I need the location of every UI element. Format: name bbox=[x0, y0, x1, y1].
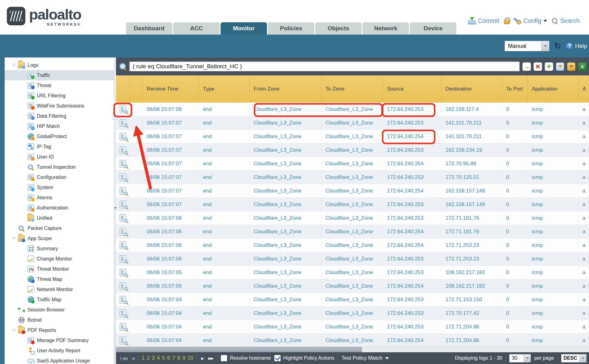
column-header[interactable]: To Port bbox=[502, 75, 528, 103]
column-header[interactable]: From Zone bbox=[250, 75, 321, 103]
page-number-button[interactable]: 10 bbox=[187, 355, 193, 361]
sidebar-item[interactable]: ▽ Traffic bbox=[5, 70, 114, 80]
sidebar-item[interactable]: ▽ Threat Map bbox=[5, 274, 114, 284]
filter-builder-icon[interactable] bbox=[556, 62, 564, 71]
add-filter-icon[interactable] bbox=[545, 62, 553, 71]
log-row[interactable]: 06/06 15:07:05 end Cloudflare_L3_Zone Cl… bbox=[116, 266, 589, 279]
sidebar-item[interactable]: ▽ Traffic Map bbox=[5, 294, 114, 305]
sidebar-splitter[interactable]: ◀ bbox=[114, 57, 116, 364]
page-number-button[interactable]: 1 bbox=[142, 355, 144, 361]
first-page-button[interactable]: ❙◀◀ bbox=[118, 356, 127, 361]
log-detail-icon[interactable] bbox=[120, 296, 126, 303]
clear-filter-icon[interactable] bbox=[534, 62, 542, 71]
next-page-button[interactable]: ▶ bbox=[200, 356, 204, 361]
sidebar-item[interactable]: ▽ Authentication bbox=[5, 203, 114, 213]
test-policy-match-menu[interactable]: Test Policy Match bbox=[342, 355, 389, 361]
log-detail-icon[interactable] bbox=[120, 119, 126, 127]
log-row[interactable]: 06/06 15:07:05 end Cloudflare_L3_Zone Cl… bbox=[116, 279, 589, 293]
collapse-sidebar-icon[interactable]: ◀ bbox=[114, 206, 116, 209]
column-header[interactable] bbox=[116, 75, 130, 103]
select-arrow-icon[interactable] bbox=[541, 41, 549, 51]
sidebar-item[interactable]: ▽ WildFire Submissions bbox=[5, 101, 114, 111]
per-page-select[interactable]: 30 bbox=[509, 354, 531, 362]
log-row[interactable]: 06/06 15:07:04 end Cloudflare_L3_Zone Cl… bbox=[116, 307, 589, 320]
page-number-button[interactable]: 5 bbox=[162, 355, 165, 361]
sidebar-item[interactable]: ▽ Packet Capture bbox=[5, 223, 114, 233]
page-number-button[interactable]: 6 bbox=[167, 355, 170, 361]
sidebar-item[interactable]: ▽ IP-Tag bbox=[5, 142, 114, 152]
sidebar-item[interactable]: ▽ App Scope bbox=[5, 233, 114, 243]
log-row[interactable]: 06/06 15:07:07 end Cloudflare_L3_Zone Cl… bbox=[116, 198, 589, 211]
commit-button[interactable]: Commit bbox=[468, 17, 499, 24]
apply-filter-icon[interactable] bbox=[522, 62, 531, 71]
sidebar-item[interactable]: ▽ Unified bbox=[5, 213, 114, 223]
sidebar-item[interactable]: ▽ Alarms bbox=[5, 193, 114, 203]
page-number-button[interactable]: 9 bbox=[183, 355, 185, 361]
column-header[interactable]: Type bbox=[199, 75, 250, 103]
checkbox-unchecked-icon[interactable] bbox=[221, 355, 227, 361]
page-number-button[interactable]: 3 bbox=[152, 355, 155, 361]
log-detail-icon[interactable] bbox=[120, 146, 126, 154]
column-header[interactable]: Application bbox=[528, 75, 578, 103]
sidebar-item[interactable]: ▽ Change Monitor bbox=[5, 254, 114, 264]
column-header[interactable]: A bbox=[578, 75, 589, 103]
sidebar-item[interactable]: ▽ URL Filtering bbox=[5, 91, 114, 101]
log-detail-icon[interactable] bbox=[120, 174, 126, 181]
log-detail-icon[interactable] bbox=[120, 255, 126, 263]
log-row[interactable]: 06/06 15:07:06 end Cloudflare_L3_Zone Cl… bbox=[116, 225, 589, 239]
column-header[interactable]: Destination bbox=[441, 75, 502, 103]
sidebar-item[interactable]: ▽ HIP Match bbox=[5, 121, 114, 131]
sidebar-item[interactable]: ▽ Network Monitor bbox=[5, 284, 114, 294]
sidebar-item[interactable]: ▽ Botnet bbox=[5, 315, 114, 325]
sidebar-item[interactable]: ▽ GlobalProtect bbox=[5, 131, 114, 142]
main-tab[interactable]: Device bbox=[410, 22, 456, 35]
horizontal-scrollbar[interactable] bbox=[116, 347, 589, 352]
sidebar-item[interactable]: ▽ User-ID bbox=[5, 152, 114, 162]
log-detail-icon[interactable] bbox=[120, 106, 126, 113]
log-row[interactable]: 06/06 15:07:04 end Cloudflare_L3_Zone Cl… bbox=[116, 334, 589, 347]
log-row[interactable]: 06/06 15:07:07 end Cloudflare_L3_Zone Cl… bbox=[116, 130, 589, 143]
log-row[interactable]: 06/06 15:07:09 end Cloudflare_L3_Zone Cl… bbox=[116, 103, 589, 116]
log-detail-icon[interactable] bbox=[120, 160, 126, 167]
commit-mode-select[interactable]: Manual bbox=[505, 41, 549, 51]
page-number-button[interactable]: 4 bbox=[157, 355, 160, 361]
select-arrow-icon[interactable] bbox=[524, 354, 531, 362]
prev-page-button[interactable]: ◀ bbox=[131, 356, 135, 361]
search-button[interactable]: Search bbox=[552, 17, 580, 24]
log-detail-icon[interactable] bbox=[120, 242, 126, 249]
log-row[interactable]: 06/06 15:07:04 end Cloudflare_L3_Zone Cl… bbox=[116, 293, 589, 307]
sidebar-item[interactable]: ▽ Threat Monitor bbox=[5, 264, 114, 274]
log-detail-icon[interactable] bbox=[120, 228, 126, 235]
log-detail-icon[interactable] bbox=[120, 201, 126, 208]
sidebar-item[interactable]: ▽ Manage PDF Summary bbox=[5, 335, 114, 345]
column-header[interactable]: Receive Time bbox=[143, 75, 199, 103]
page-number-button[interactable]: 2 bbox=[147, 355, 149, 361]
log-row[interactable]: 06/06 15:07:07 end Cloudflare_L3_Zone Cl… bbox=[116, 184, 589, 198]
sidebar-item[interactable]: ▽ Session Browser bbox=[5, 305, 114, 315]
resolve-hostname-toggle[interactable]: Resolve hostname bbox=[221, 355, 271, 361]
sidebar-item[interactable]: ▽ Tunnel Inspection bbox=[5, 162, 114, 172]
lock-icon[interactable] bbox=[504, 18, 509, 24]
log-row[interactable]: 06/06 15:07:06 end Cloudflare_L3_Zone Cl… bbox=[116, 239, 589, 252]
main-tab[interactable]: Dashboard bbox=[126, 22, 172, 35]
log-detail-icon[interactable] bbox=[120, 214, 126, 222]
load-filter-icon[interactable] bbox=[567, 62, 575, 71]
log-detail-icon[interactable] bbox=[120, 310, 126, 317]
sidebar-item[interactable]: ▽ Data Filtering bbox=[5, 111, 114, 121]
sidebar-item[interactable]: ▽ SaaS Application Usage bbox=[5, 356, 114, 364]
log-row[interactable]: 06/06 15:07:07 end Cloudflare_L3_Zone Cl… bbox=[116, 157, 589, 171]
column-header[interactable]: Source bbox=[383, 75, 441, 103]
sidebar-item[interactable]: ▽ Threat bbox=[5, 80, 114, 91]
column-header[interactable]: To Zone bbox=[321, 75, 383, 103]
config-button[interactable]: Config bbox=[514, 17, 547, 24]
last-page-button[interactable]: ▶▶ bbox=[208, 356, 214, 361]
select-arrow-icon[interactable] bbox=[579, 354, 586, 362]
sidebar-item[interactable]: ▽ Logs bbox=[5, 60, 114, 70]
log-filter-input[interactable] bbox=[129, 61, 520, 71]
sidebar-item[interactable]: ▽ PDF Reports bbox=[5, 325, 114, 335]
main-tab[interactable]: ACC bbox=[173, 22, 220, 35]
log-detail-icon[interactable] bbox=[120, 269, 126, 276]
log-detail-icon[interactable] bbox=[120, 282, 126, 290]
main-tab[interactable]: Network bbox=[363, 22, 409, 35]
log-detail-icon[interactable] bbox=[120, 323, 126, 331]
